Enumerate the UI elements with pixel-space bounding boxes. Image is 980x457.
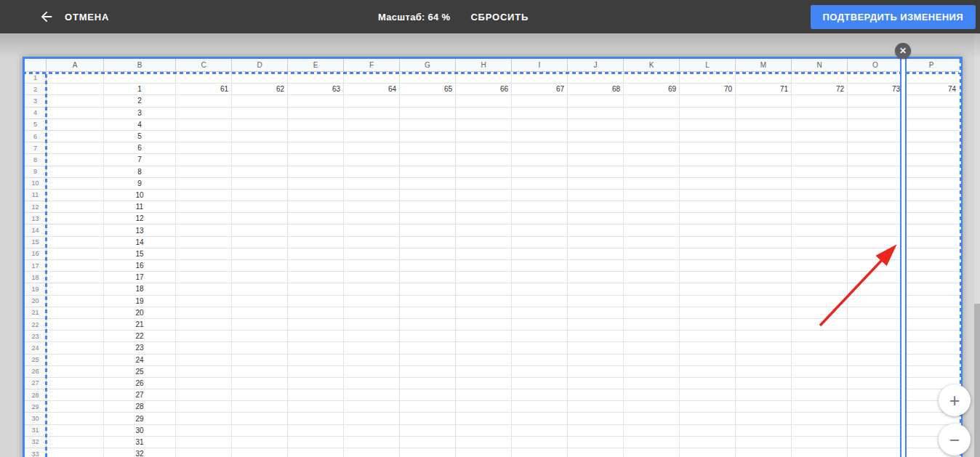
cell [904,283,960,295]
cell [736,355,792,366]
row-header-cell: 5 [25,119,47,131]
row-header-cell: 19 [25,283,47,295]
cell [288,260,344,272]
cell [456,425,512,437]
cell [176,366,232,378]
cell [568,272,624,283]
cell [288,190,344,201]
cell [344,237,400,248]
reset-button[interactable]: СБРОСИТЬ [470,12,529,23]
vertical-scrollbar[interactable] [974,33,980,457]
cell [680,437,736,448]
cell [736,72,792,84]
cell [400,237,456,248]
cell [232,190,288,201]
cell [512,190,568,201]
cell [456,72,512,84]
cell [176,131,232,142]
cell [848,366,904,378]
cell [624,296,680,307]
cell [456,319,512,331]
column-boundary-drag-line[interactable] [900,59,907,457]
vertical-scrollbar-thumb[interactable] [974,304,980,457]
cell [456,248,512,260]
cell [512,413,568,424]
cell [176,225,232,236]
cell: 8 [104,166,176,178]
cell [680,190,736,201]
cell [680,260,736,272]
cell [568,389,624,401]
row-header-cell: 22 [25,319,47,331]
cell [568,166,624,178]
cell: 13 [104,225,176,236]
cell [47,131,104,142]
cell [512,331,568,342]
cell [736,283,792,295]
cell [288,154,344,166]
cell [400,154,456,166]
cell: 7 [104,154,176,166]
cell [288,213,344,225]
cell [344,248,400,260]
cell [568,119,624,131]
cell [47,119,104,131]
cell [680,401,736,413]
cell [904,178,960,190]
cell: 66 [456,84,512,95]
cell [848,437,904,448]
cell [848,225,904,236]
spreadsheet-preview: ABCDEFGHIJKLMNOP121616263646566676869707… [23,57,963,457]
cell [47,72,104,84]
cell [176,296,232,307]
cell [792,213,848,225]
sheet-grid: ABCDEFGHIJKLMNOP121616263646566676869707… [25,59,960,457]
cell [792,272,848,283]
cell [904,142,960,154]
cell [680,389,736,401]
cell [680,108,736,119]
cell [736,119,792,131]
cell [400,437,456,448]
cell [904,190,960,201]
cancel-label: ОТМЕНА [65,12,109,23]
cell [624,425,680,437]
cell [792,119,848,131]
cell [456,178,512,190]
cell [736,95,792,107]
cell [792,366,848,378]
cell [624,413,680,424]
cell [904,331,960,342]
cell [456,260,512,272]
cell [904,95,960,107]
cell [288,366,344,378]
cell [176,319,232,331]
cell [568,378,624,389]
close-icon[interactable]: ✕ [895,43,911,59]
cancel-button[interactable]: ОТМЕНА [39,9,109,25]
cell [344,366,400,378]
cell [456,225,512,236]
cell [344,72,400,84]
cell [512,131,568,142]
cell [456,355,512,366]
cell [624,437,680,448]
cell [176,142,232,154]
zoom-out-button[interactable]: − [939,424,971,456]
cell [568,248,624,260]
row-header-cell: 29 [25,401,47,413]
cell [624,154,680,166]
cell [792,201,848,213]
cell [848,355,904,366]
zoom-in-button[interactable]: + [939,384,971,416]
cell [568,142,624,154]
cell [47,448,104,457]
cell [176,178,232,190]
cell [176,190,232,201]
cell [568,190,624,201]
confirm-changes-button[interactable]: ПОДТВЕРДИТЬ ИЗМЕНЕНИЯ [811,5,976,29]
cell [456,213,512,225]
cell [848,448,904,457]
cell [456,131,512,142]
cell [848,142,904,154]
